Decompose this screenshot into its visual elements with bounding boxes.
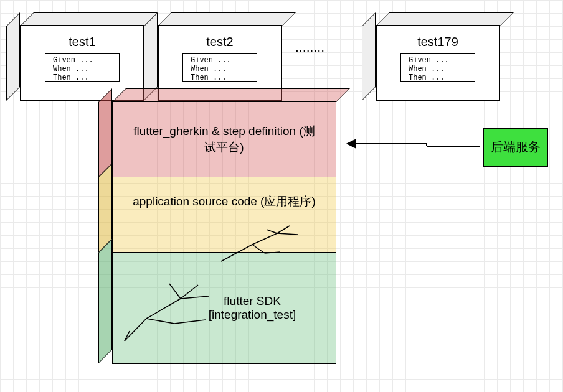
test-box-side [6,12,20,101]
layer-flutter-sdk: flutter SDK [integration_test] [112,252,336,364]
test-box-side [144,12,158,101]
test-box-top [376,12,514,26]
test-box-title: test1 [69,35,95,49]
test-box-title: test179 [417,35,458,49]
code-line: When ... [53,65,111,73]
ellipsis: ........ [296,44,325,54]
svg-marker-3 [348,140,355,147]
layer-label: application source code (应用程序) [133,194,316,210]
stack-side-green [98,239,112,363]
stack-side-red [98,88,112,177]
test-box-code: Given ... When ... Then ... [400,53,475,82]
layer-label: flutter_gherkin & step definition (测试平台) [130,123,318,156]
test-box-code: Given ... When ... Then ... [45,53,120,82]
code-line: Given ... [53,56,111,65]
code-line: Then ... [409,73,467,82]
test-box-side [362,12,376,101]
backend-label: 后端服务 [491,139,541,156]
arrow-backend-to-gherkin [336,136,483,154]
stack-top-cap [112,88,350,102]
layer-label: flutter SDK [integration_test] [186,294,318,322]
test-box-top [20,12,158,26]
test-box-title: test2 [206,35,233,49]
code-line: Then ... [191,73,249,82]
layer-gherkin: flutter_gherkin & step definition (测试平台) [112,101,336,177]
code-line: Given ... [409,56,467,65]
test-box-top [158,12,296,26]
backend-service: 后端服务 [483,128,548,167]
code-line: Given ... [191,56,249,65]
code-line: Then ... [53,73,111,82]
test-box-3: test179 Given ... When ... Then ... [376,25,500,101]
test-box-code: Given ... When ... Then ... [182,53,257,82]
stack-side-yellow [98,164,112,253]
layer-app-source: application source code (应用程序) [112,177,336,253]
code-line: When ... [191,65,249,73]
code-line: When ... [409,65,467,73]
